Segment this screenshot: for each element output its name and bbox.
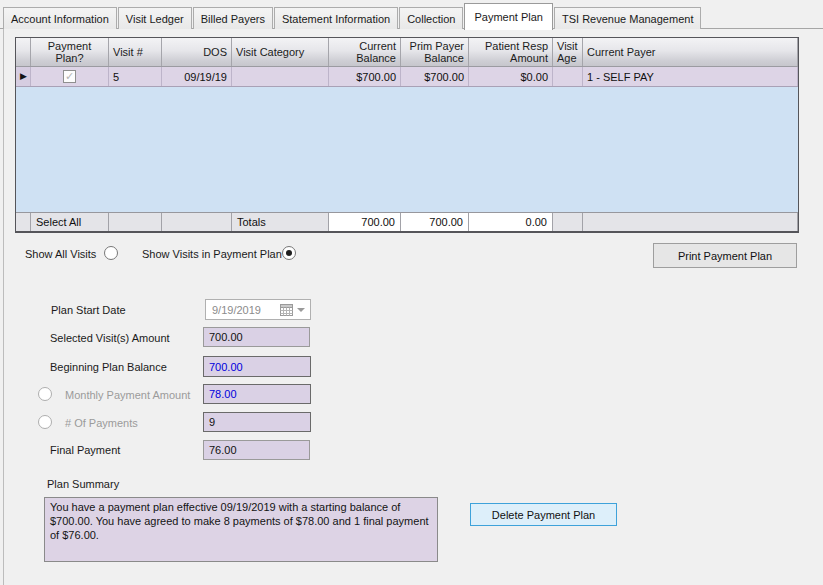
monthly-payment-amount-label: Monthly Payment Amount [65,389,190,401]
patient-resp-amount-cell[interactable]: $0.00 [469,67,553,86]
tab-statement-information[interactable]: Statement Information [274,7,398,29]
current-payer-cell[interactable]: 1 - SELF PAY [583,67,798,86]
visit-age-cell[interactable] [553,67,583,86]
footer-empty-cell [553,213,583,231]
column-header-current-balance[interactable]: Current Balance [329,38,401,66]
beginning-plan-balance-label: Beginning Plan Balance [50,361,167,373]
grid-empty-area [16,87,798,212]
visit-number-cell[interactable]: 5 [109,67,162,86]
print-payment-plan-button[interactable]: Print Payment Plan [653,243,797,268]
show-visits-in-plan-label: Show Visits in Payment Plan [142,248,282,260]
tab-collection[interactable]: Collection [399,7,463,29]
footer-empty-cell [162,213,232,231]
totals-label-cell: Totals [232,213,329,231]
delete-payment-plan-button[interactable]: Delete Payment Plan [470,503,617,526]
table-row[interactable]: ▶ ✓ 5 09/19/19 $700.00 $700.00 $0.00 1 -… [16,67,798,87]
checkbox-checked-icon[interactable]: ✓ [63,70,76,83]
tab-tsi-revenue-management[interactable]: TSI Revenue Management [554,7,701,29]
monthly-payment-amount-field[interactable]: 78.00 [203,384,311,404]
prim-payer-total-cell: 700.00 [401,213,469,231]
column-header-prim-payer-balance[interactable]: Prim Payer Balance [401,38,469,66]
column-header-payment-plan[interactable]: Payment Plan? [31,38,109,66]
number-of-payments-field[interactable]: 9 [203,412,311,432]
beginning-plan-balance-field[interactable]: 700.00 [203,356,311,377]
plan-summary-label: Plan Summary [47,478,119,490]
column-header-patient-resp-amount[interactable]: Patient Resp Amount [469,38,553,66]
payment-plan-screen: Account Information Visit Ledger Billed … [0,0,823,585]
header-row-selector [16,38,31,66]
tab-account-information[interactable]: Account Information [3,7,117,29]
current-row-indicator-icon: ▶ [20,72,27,81]
select-all-button[interactable]: Select All [31,213,109,231]
date-dropdown-arrow-icon[interactable] [297,308,305,312]
current-balance-total-cell: 700.00 [329,213,401,231]
tab-page-border [3,29,4,585]
plan-start-date-label: Plan Start Date [51,304,126,316]
column-header-visit-category[interactable]: Visit Category [232,38,329,66]
final-payment-field[interactable]: 76.00 [203,440,310,460]
calendar-icon[interactable] [280,303,293,316]
number-of-payments-radio[interactable] [38,415,52,429]
show-visits-in-plan-radio[interactable] [282,246,296,260]
current-balance-cell[interactable]: $700.00 [329,67,401,86]
visit-category-cell[interactable] [232,67,329,86]
selected-visits-amount-field[interactable]: 700.00 [203,327,310,347]
monthly-payment-amount-radio[interactable] [38,387,52,401]
footer-selector-cell [16,213,31,231]
show-all-visits-radio[interactable] [104,246,118,260]
dos-cell[interactable]: 09/19/19 [162,67,232,86]
show-all-visits-label: Show All Visits [25,248,96,260]
tab-billed-payers[interactable]: Billed Payers [193,7,273,29]
tab-payment-plan[interactable]: Payment Plan [464,3,552,30]
footer-empty-cell [583,213,798,231]
column-header-dos[interactable]: DOS [162,38,232,66]
selected-visits-amount-label: Selected Visit(s) Amount [50,332,170,344]
payment-plan-checkbox-cell[interactable]: ✓ [31,67,109,86]
visits-grid: Payment Plan? Visit # DOS Visit Category… [15,37,799,233]
row-selector-cell[interactable]: ▶ [16,67,31,86]
plan-start-date-value: 9/19/2019 [212,304,261,316]
grid-header-row: Payment Plan? Visit # DOS Visit Category… [16,38,798,67]
number-of-payments-label: # Of Payments [65,417,138,429]
footer-empty-cell [109,213,162,231]
patient-resp-total-cell: 0.00 [469,213,553,231]
prim-payer-balance-cell[interactable]: $700.00 [401,67,469,86]
tab-bar: Account Information Visit Ledger Billed … [0,0,823,29]
column-header-visit-age[interactable]: Visit Age [553,38,583,66]
tab-visit-ledger[interactable]: Visit Ledger [118,7,192,29]
column-header-current-payer[interactable]: Current Payer [583,38,798,66]
plan-start-date-field[interactable]: 9/19/2019 [205,299,311,320]
grid-totals-row: Select All Totals 700.00 700.00 0.00 [16,212,798,231]
column-header-visit-number[interactable]: Visit # [109,38,162,66]
plan-summary-text: You have a payment plan effective 09/19/… [44,497,438,562]
final-payment-label: Final Payment [50,444,120,456]
